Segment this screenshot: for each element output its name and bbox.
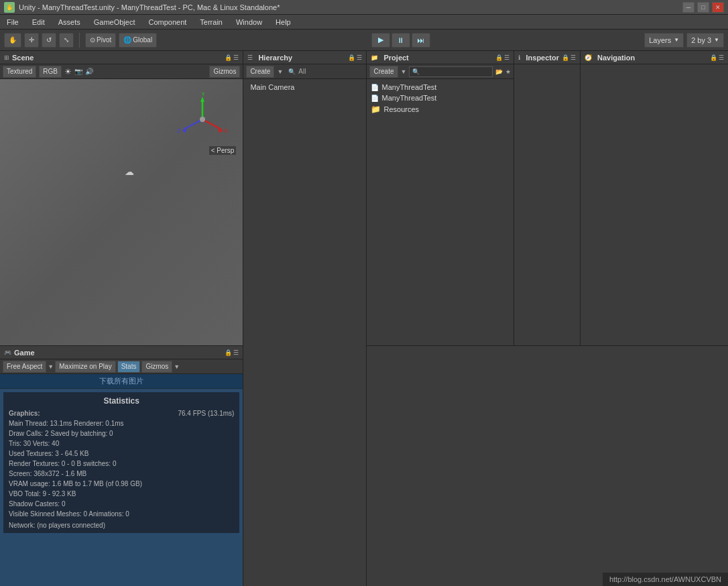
project-item-label-1: ManyThreadTest <box>381 83 436 91</box>
free-aspect-button[interactable]: Free Aspect <box>3 361 46 373</box>
project-item-resources[interactable]: 📁 Resources <box>367 103 513 115</box>
scene-title: Scene <box>12 54 34 62</box>
gizmos-dropdown-arrow[interactable]: ▼ <box>174 363 180 370</box>
navigation-icon: 🧭 <box>585 54 592 61</box>
network-section: Network: (no players connected) <box>9 522 234 529</box>
stats-line2: Draw Calls: 2 Saved by batching: 0 <box>9 428 234 438</box>
navigation-lock-icon[interactable]: 🔒 <box>710 54 717 61</box>
menu-edit[interactable]: Edit <box>25 15 52 29</box>
menu-help[interactable]: Help <box>269 15 298 29</box>
hierarchy-title: Hierarchy <box>258 54 292 62</box>
right-bottom <box>367 346 728 586</box>
navigation-panel: 🧭 Navigation 🔒 ☰ <box>581 51 728 345</box>
project-item-label-2: ManyThreadTest <box>381 94 436 102</box>
layers-dropdown[interactable]: Layers ▼ <box>644 33 684 48</box>
project-item-manythreadtest-1[interactable]: 📄 ManyThreadTest <box>367 82 513 93</box>
project-star-icon[interactable]: ★ <box>505 68 511 75</box>
scene-menu-icon[interactable]: ☰ <box>233 54 239 61</box>
stats-button[interactable]: Stats <box>117 361 141 373</box>
stats-line3: Tris: 30 Verts: 40 <box>9 438 234 449</box>
gizmo-center-icon: ☁ <box>125 166 134 177</box>
title-bar: ✋ Unity - ManyThreadTest.unity - ManyThr… <box>0 0 728 15</box>
project-panel: 📁 Project 🔒 ☰ Create ▼ 🔍 📂 ★ <box>367 51 514 345</box>
play-controls: ▶ ⏸ ⏭ <box>371 33 430 48</box>
close-button[interactable]: ✕ <box>712 2 724 13</box>
menu-terrain[interactable]: Terrain <box>193 15 229 29</box>
menu-gameobject[interactable]: GameObject <box>87 15 142 29</box>
project-create-arrow[interactable]: ▼ <box>401 68 407 75</box>
step-button[interactable]: ⏭ <box>412 33 430 48</box>
scene-lock-icon[interactable]: 🔒 <box>225 54 232 61</box>
scale-tool-button[interactable]: ⤡ <box>59 33 74 48</box>
color-mode-button[interactable]: RGB <box>39 66 62 78</box>
stats-line4: Used Textures: 3 - 64.5 KB <box>9 449 234 459</box>
svg-text:Z: Z <box>177 127 181 134</box>
window-controls: ─ □ ✕ <box>682 2 724 13</box>
layout-dropdown[interactable]: 2 by 3 ▼ <box>686 33 724 48</box>
project-folder-icon[interactable]: 📂 <box>495 68 503 75</box>
footer-url: http://blog.csdn.net/AWNUXCVBN <box>609 575 721 583</box>
menu-file[interactable]: File <box>0 15 25 29</box>
menu-window[interactable]: Window <box>229 15 269 29</box>
folder-icon-resources: 📁 <box>371 105 381 114</box>
inspector-lock-icon[interactable]: 🔒 <box>562 54 569 61</box>
stats-line6: Screen: 368x372 - 1.6 MB <box>9 469 234 479</box>
stats-graphics-section: Graphics: 76.4 FPS (13.1ms) Main Thread:… <box>9 408 234 519</box>
hierarchy-lock-icon[interactable]: 🔒 <box>348 54 355 61</box>
menu-bar: File Edit Assets GameObject Component Te… <box>0 15 728 30</box>
stats-line5: Render Textures: 0 - 0 B switches: 0 <box>9 459 234 469</box>
persp-label: < Persp <box>209 146 237 155</box>
layout-dropdown-arrow: ▼ <box>714 37 719 43</box>
move-tool-button[interactable]: ✛ <box>24 33 39 48</box>
pivot-button[interactable]: ⊙ Pivot <box>85 33 116 48</box>
maximize-on-play-button[interactable]: Maximize on Play <box>55 361 115 373</box>
render-mode-button[interactable]: Textured <box>3 66 36 78</box>
stats-line10: Visible Skinned Meshes: 0 Animations: 0 <box>9 509 234 519</box>
inspector-menu-icon[interactable]: ☰ <box>570 54 576 61</box>
navigation-menu-icon[interactable]: ☰ <box>719 54 724 61</box>
minimize-button[interactable]: ─ <box>682 2 694 13</box>
layers-dropdown-arrow: ▼ <box>674 37 679 43</box>
svg-marker-1 <box>200 97 204 102</box>
scene-canvas[interactable]: Y X Z < Persp <box>0 79 243 345</box>
project-menu-icon[interactable]: ☰ <box>504 54 509 61</box>
global-button[interactable]: 🌐 Global <box>119 33 157 48</box>
download-bar[interactable]: 下载所有图片 <box>0 374 243 389</box>
global-icon: 🌐 <box>123 36 131 44</box>
stats-line9: Shadow Casters: 0 <box>9 499 234 509</box>
hierarchy-menu-icon[interactable]: ☰ <box>357 54 362 61</box>
hierarchy-item-main-camera[interactable]: Main Camera <box>243 82 366 93</box>
project-content: 📄 ManyThreadTest 📄 ManyThreadTest 📁 Reso… <box>367 79 513 345</box>
project-search-box[interactable]: 🔍 <box>409 66 493 77</box>
hierarchy-create-button[interactable]: Create <box>246 66 274 78</box>
project-title: Project <box>383 54 408 62</box>
layers-label: Layers <box>649 36 671 44</box>
scene-icon: ⊞ <box>4 54 9 61</box>
gizmos-button-game[interactable]: Gizmos <box>141 361 172 373</box>
project-create-button[interactable]: Create <box>369 66 398 78</box>
main-toolbar: ✋ ✛ ↺ ⤡ ⊙ Pivot 🌐 Global ▶ ⏸ ⏭ Layers ▼ … <box>0 30 728 51</box>
pause-button[interactable]: ⏸ <box>391 33 410 48</box>
camera-icon: 📷 <box>74 68 82 75</box>
fps-value: 76.4 FPS (13.1ms) <box>178 408 234 418</box>
game-menu-icon[interactable]: ☰ <box>233 349 239 356</box>
navigation-content <box>581 64 728 345</box>
graphics-label: Graphics: <box>9 408 40 418</box>
project-item-manythreadtest-2[interactable]: 📄 ManyThreadTest <box>367 93 513 103</box>
game-title: Game <box>14 349 35 357</box>
script-icon-2: 📄 <box>371 95 379 102</box>
hand-tool-button[interactable]: ✋ <box>4 33 21 48</box>
aspect-dropdown-arrow[interactable]: ▼ <box>48 363 54 370</box>
main-area: ⊞ Scene 🔒 ☰ Textured RGB ☀ 📷 🔊 Gizmos <box>0 51 728 586</box>
menu-assets[interactable]: Assets <box>52 15 87 29</box>
create-dropdown-arrow[interactable]: ▼ <box>277 68 283 75</box>
hierarchy-content: Main Camera <box>243 79 366 586</box>
menu-component[interactable]: Component <box>141 15 193 29</box>
play-button[interactable]: ▶ <box>371 33 390 48</box>
rotate-tool-button[interactable]: ↺ <box>42 33 56 48</box>
gizmos-button-scene[interactable]: Gizmos <box>209 66 240 78</box>
project-lock-icon[interactable]: 🔒 <box>495 54 503 61</box>
game-lock-icon[interactable]: 🔒 <box>225 349 232 356</box>
stats-line1: Main Thread: 13.1ms Renderer: 0.1ms <box>9 418 234 428</box>
maximize-button[interactable]: □ <box>697 2 709 13</box>
